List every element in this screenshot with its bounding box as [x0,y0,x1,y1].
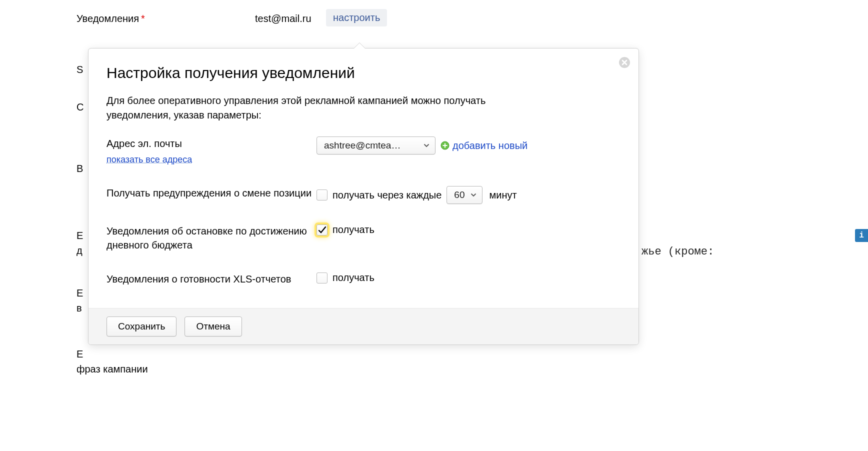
email-select[interactable]: ashtree@cmtea… [316,136,436,154]
email-label: Адрес эл. почты [106,138,182,149]
position-warnings-label: Получать предупреждения о смене позиции [106,186,316,200]
daily-budget-row: Уведомления об остановке по достижению д… [106,224,620,252]
bg-letter-s: S [76,64,83,76]
required-star: * [141,13,145,24]
chevron-down-icon [470,192,477,198]
bg-phrase-campaign: фраз кампании [76,364,148,375]
email-controls: ashtree@cmtea… добавить новый [316,136,528,154]
daily-budget-label: Уведомления об остановке по достижению д… [106,224,316,252]
interval-select-value: 60 [454,190,464,200]
popup-body: Настройка получения уведомлений Для боле… [88,48,638,308]
save-button[interactable]: Сохранить [106,316,176,336]
notifications-label: Уведомления [76,13,139,24]
bg-letter-c: С [76,102,84,113]
bg-letter-v: В [76,163,83,174]
popup-description: Для более оперативного управления этой р… [106,94,546,122]
daily-budget-controls: получать [316,224,374,236]
xls-reports-checkbox-label: получать [332,272,374,284]
bg-right-fragment: жье (кроме: [642,246,714,258]
notification-settings-popup: Настройка получения уведомлений Для боле… [88,48,639,345]
bg-letter-d: д [76,245,82,256]
add-new-email-label: добавить новый [452,140,528,152]
configure-button[interactable]: настроить [326,9,387,26]
position-warnings-controls: получать через каждые 60 минут [316,186,517,204]
email-value: test@mail.ru [255,13,312,24]
position-warnings-checkbox[interactable] [316,190,328,200]
bg-letter-e1: Е [76,230,83,242]
daily-budget-checkbox[interactable] [316,224,328,236]
bg-letter-e3: Е [76,348,83,360]
popup-arrow [354,43,366,49]
info-tab[interactable]: i [855,229,868,242]
info-icon-label: i [859,231,864,240]
interval-select[interactable]: 60 [446,186,482,204]
bg-letter-vo: в [76,302,82,314]
email-select-value: ashtree@cmtea… [324,140,400,151]
add-new-email-link[interactable]: добавить новый [440,140,528,152]
cancel-button[interactable]: Отмена [184,316,242,336]
daily-budget-checkbox-label: получать [332,224,374,236]
position-warnings-row: Получать предупреждения о смене позиции … [106,186,620,204]
bg-letter-e2: Е [76,288,83,299]
show-all-addresses-link[interactable]: показать все адреса [106,154,316,166]
minutes-label: минут [490,190,517,201]
notifications-row: Уведомления * [76,13,145,24]
xls-reports-row: Уведомления о готовности XLS-отчетов пол… [106,272,620,286]
close-icon[interactable] [618,56,630,68]
email-label-col: Адрес эл. почты показать все адреса [106,136,316,166]
plus-icon [440,141,450,150]
xls-reports-label: Уведомления о готовности XLS-отчетов [106,272,316,286]
email-row: Адрес эл. почты показать все адреса asht… [106,136,620,166]
popup-title: Настройка получения уведомлений [106,64,620,82]
xls-reports-controls: получать [316,272,374,284]
chevron-down-icon [423,142,430,149]
position-warnings-checkbox-label: получать через каждые [332,190,442,201]
popup-footer: Сохранить Отмена [88,308,638,344]
xls-reports-checkbox[interactable] [316,272,328,284]
